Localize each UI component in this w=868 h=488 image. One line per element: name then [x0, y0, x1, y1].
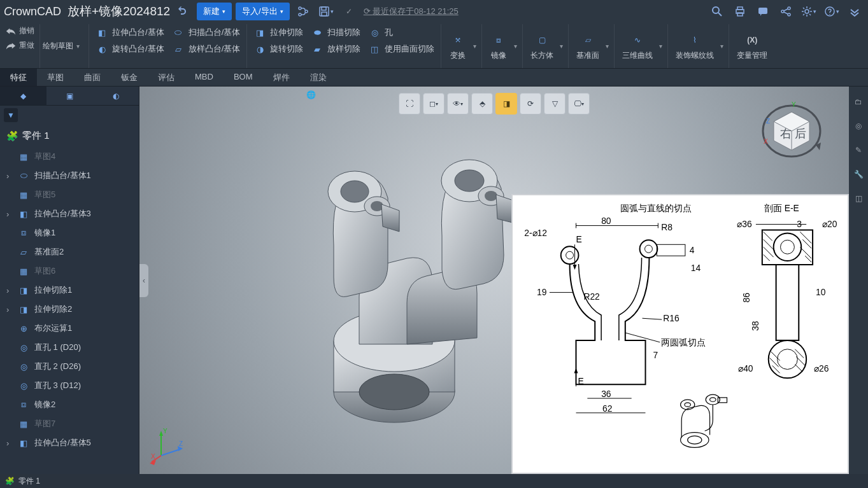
- rail-wrench-icon[interactable]: 🔧: [852, 168, 865, 181]
- transform-button[interactable]: ⤧变换: [445, 29, 471, 64]
- svg-text:⌀20: ⌀20: [822, 219, 837, 229]
- check-icon[interactable]: ✓: [339, 2, 359, 21]
- tree-item[interactable]: ▱基准面2: [0, 242, 139, 261]
- display-icon[interactable]: 🖵 ▾: [568, 93, 590, 115]
- branch-icon[interactable]: [294, 2, 313, 21]
- redo-button[interactable]: 重做: [5, 39, 34, 52]
- side-tab-config[interactable]: ▣: [46, 87, 93, 105]
- sweep-cut-button[interactable]: ⬬扫描切除: [311, 26, 360, 39]
- tab-evaluate[interactable]: 评估: [148, 69, 185, 86]
- tree-item[interactable]: ›◧拉伸凸台/基体5: [0, 433, 139, 452]
- rotate-icon[interactable]: ⟳: [520, 93, 541, 115]
- tree-item[interactable]: ▦草图7: [0, 414, 139, 433]
- extrude-cut-button[interactable]: ◨拉伸切除: [253, 26, 303, 39]
- viewport-3d[interactable]: 🌐 ⛶ ◻ ▾ 👁 ▾ ⬘ ◨ ⟳ ▽ 🖵 ▾ ‹: [139, 87, 849, 474]
- revolve-boss-button[interactable]: ◐旋转凸台/基体: [96, 43, 164, 55]
- tree-root[interactable]: 🧩 零件 1: [0, 125, 139, 147]
- mirror-button[interactable]: ⧈镜像: [486, 29, 511, 64]
- rail-cube-icon[interactable]: ◫: [852, 192, 865, 205]
- collapse-icon[interactable]: [845, 2, 864, 21]
- shade-mode-icon[interactable]: ◨: [495, 93, 517, 115]
- feature-tree: 🧩 零件 1 ▦草图4›⬭扫描凸台/基体1▦草图5›◧拉伸凸台/基体3⧈镜像1▱…: [0, 125, 139, 474]
- globe-icon[interactable]: 🌐: [306, 90, 316, 99]
- svg-text:38: 38: [750, 321, 760, 331]
- sketch-dropdown[interactable]: 绘制草图 ▾: [40, 37, 83, 55]
- last-saved-label[interactable]: ⟳ 最近保存于08-12 21:25: [362, 6, 459, 17]
- rail-dropper-icon[interactable]: ✎: [852, 144, 865, 157]
- tree-item[interactable]: ›◧拉伸凸台/基体3: [0, 204, 139, 223]
- extrude-boss-button[interactable]: ◧拉伸凸台/基体: [96, 26, 164, 39]
- svg-point-114: [710, 398, 716, 401]
- hole-button[interactable]: ◎孔: [368, 26, 393, 39]
- rail-folder-icon[interactable]: 🗀: [852, 95, 865, 108]
- svg-rect-5: [322, 12, 327, 16]
- chat-icon[interactable]: [753, 2, 772, 21]
- side-tab-display[interactable]: ◐: [92, 87, 139, 105]
- rail-target-icon[interactable]: ◎: [852, 120, 865, 132]
- datum-plane-button[interactable]: ▱基准面: [573, 29, 603, 64]
- sweep-boss-button[interactable]: ⬭扫描凸台/基体: [172, 26, 241, 39]
- print-icon[interactable]: [730, 2, 750, 21]
- loft-cut-button[interactable]: ▰放样切除: [311, 43, 360, 55]
- undo-button[interactable]: 撤销: [5, 24, 34, 38]
- filter-view-icon[interactable]: ▽: [544, 93, 566, 115]
- revolve-cut-button[interactable]: ◑旋转切除: [253, 43, 303, 55]
- tree-item[interactable]: ▦草图4: [0, 147, 139, 166]
- variable-mgmt-button[interactable]: (X)变量管理: [733, 29, 771, 64]
- svg-text:后: 后: [795, 127, 806, 140]
- tab-weld[interactable]: 焊件: [263, 69, 300, 86]
- section-icon[interactable]: ⬘: [471, 93, 493, 115]
- svg-text:62: 62: [602, 403, 613, 414]
- tree-item[interactable]: ›◨拉伸切除2: [0, 300, 139, 319]
- import-export-button[interactable]: 导入/导出: [236, 3, 290, 20]
- tab-sheetmetal[interactable]: 钣金: [111, 69, 148, 86]
- svg-point-86: [781, 240, 795, 254]
- svg-text:两圆弧切点: 两圆弧切点: [661, 337, 706, 347]
- share-icon[interactable]: [776, 2, 795, 21]
- tab-bom[interactable]: BOM: [224, 69, 263, 86]
- svg-rect-10: [758, 8, 767, 14]
- tab-mbd[interactable]: MBD: [185, 69, 224, 86]
- tree-item[interactable]: ⧈镜像2: [0, 395, 139, 414]
- tree-item[interactable]: ›◨拉伸切除1: [0, 281, 139, 300]
- search-icon[interactable]: [708, 2, 727, 21]
- tab-feature[interactable]: 特征: [0, 69, 37, 86]
- right-rail: 🗀 ◎ ✎ 🔧 ◫: [849, 87, 868, 474]
- save-icon[interactable]: ▾: [317, 2, 336, 21]
- view-cube[interactable]: 右 后 Y Z X: [760, 99, 823, 163]
- 3d-curve-button[interactable]: ∿三维曲线: [618, 29, 657, 64]
- settings-icon[interactable]: ▾: [799, 2, 818, 21]
- thread-button[interactable]: ⌇装饰螺纹线: [672, 29, 718, 64]
- svg-line-69: [643, 318, 662, 319]
- tree-item[interactable]: ◎直孔 2 (D26): [0, 357, 139, 376]
- visibility-icon[interactable]: 👁 ▾: [447, 93, 469, 115]
- view-cube-icon[interactable]: ◻ ▾: [423, 93, 445, 115]
- svg-point-14: [805, 10, 809, 13]
- tree-item[interactable]: ◎直孔 1 (D20): [0, 338, 139, 357]
- surface-cut-button[interactable]: ◫使用曲面切除: [368, 43, 434, 55]
- filter-icon[interactable]: ▼: [4, 108, 18, 122]
- cuboid-button[interactable]: ▢长方体: [527, 29, 557, 64]
- side-tab-feature-tree[interactable]: ◆: [0, 87, 46, 105]
- status-part-label[interactable]: 零件 1: [18, 476, 40, 487]
- tree-item[interactable]: ◎直孔 3 (D12): [0, 376, 139, 395]
- svg-text:4: 4: [690, 245, 695, 255]
- tree-item[interactable]: ›⬭扫描凸台/基体1: [0, 166, 139, 185]
- svg-text:⌀36: ⌀36: [737, 219, 752, 229]
- sidebar-collapse-handle[interactable]: ‹: [139, 264, 148, 297]
- svg-text:Y: Y: [792, 101, 796, 108]
- fit-view-icon[interactable]: ⛶: [399, 93, 420, 115]
- tree-item[interactable]: ▦草图6: [0, 261, 139, 281]
- tab-render[interactable]: 渲染: [300, 69, 337, 86]
- help-icon[interactable]: ▾: [822, 2, 841, 21]
- tab-surface[interactable]: 曲面: [74, 69, 111, 86]
- svg-point-99: [769, 340, 806, 378]
- tab-sketch[interactable]: 草图: [37, 69, 74, 86]
- new-button[interactable]: 新建: [197, 3, 232, 20]
- undo-arrow-icon[interactable]: [174, 2, 193, 21]
- tree-item[interactable]: ▦草图5: [0, 185, 139, 204]
- tree-item[interactable]: ⊕布尔运算1: [0, 319, 139, 338]
- tree-item[interactable]: ⧈镜像1: [0, 223, 139, 242]
- loft-boss-button[interactable]: ▱放样凸台/基体: [172, 43, 241, 55]
- axis-triad: Y Z X: [148, 427, 187, 465]
